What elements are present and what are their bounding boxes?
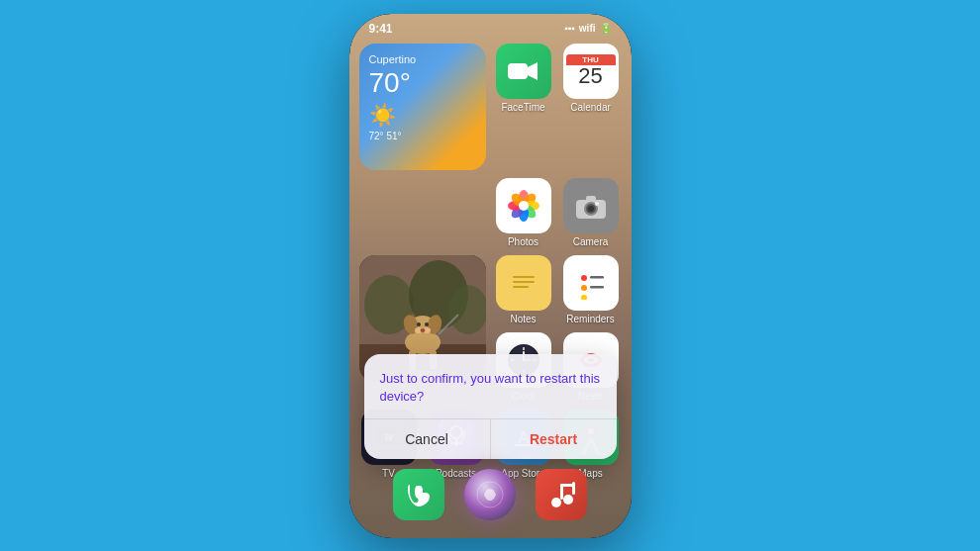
calendar-day-number: 25 bbox=[578, 65, 602, 87]
weather-range: 72° 51° bbox=[369, 131, 476, 141]
svg-point-15 bbox=[588, 206, 594, 212]
wifi-icon: wifi bbox=[579, 23, 596, 34]
weather-city: Cupertino bbox=[369, 53, 476, 65]
svg-rect-72 bbox=[572, 482, 575, 495]
cancel-button[interactable]: Cancel bbox=[364, 419, 490, 459]
calendar-app[interactable]: THU 25 Calendar bbox=[561, 44, 621, 113]
svg-rect-73 bbox=[560, 484, 575, 487]
notes-icon bbox=[496, 255, 551, 311]
camera-label: Camera bbox=[573, 236, 609, 247]
dock bbox=[349, 461, 632, 528]
svg-point-28 bbox=[417, 322, 421, 326]
phone-screen: 9:41 ▪▪▪ wifi 🔋 Cupertino 70° ☀️ 72° 51° bbox=[349, 14, 632, 538]
music-dock-icon[interactable] bbox=[536, 469, 587, 520]
svg-point-39 bbox=[581, 275, 587, 281]
svg-point-16 bbox=[595, 202, 599, 206]
weather-widget[interactable]: Cupertino 70° ☀️ 72° 51° bbox=[359, 44, 486, 170]
calendar-label: Calendar bbox=[570, 102, 611, 113]
calendar-icon: THU 25 bbox=[563, 44, 619, 99]
reminders-icon bbox=[563, 255, 619, 311]
camera-app[interactable]: Camera bbox=[561, 178, 621, 247]
photos-app[interactable]: Photos bbox=[494, 178, 553, 247]
status-bar: 9:41 ▪▪▪ wifi 🔋 bbox=[349, 14, 632, 40]
camera-icon bbox=[563, 178, 619, 233]
confirm-dialog: Just to confirm, you want to restart thi… bbox=[364, 354, 617, 458]
phone-mockup: 9:41 ▪▪▪ wifi 🔋 Cupertino 70° ☀️ 72° 51° bbox=[349, 14, 632, 538]
notes-app[interactable]: Notes bbox=[494, 255, 553, 324]
svg-rect-37 bbox=[513, 286, 529, 288]
facetime-icon bbox=[496, 44, 551, 99]
svg-rect-42 bbox=[590, 276, 604, 279]
facetime-label: FaceTime bbox=[501, 102, 544, 113]
row-2: Photos Camera bbox=[494, 178, 622, 247]
photos-label: Photos bbox=[508, 236, 539, 247]
weather-sun-icon: ☀️ bbox=[369, 103, 476, 129]
svg-point-69 bbox=[551, 498, 561, 507]
phone-dock-icon[interactable] bbox=[393, 469, 444, 520]
svg-rect-12 bbox=[586, 196, 596, 202]
reminders-app[interactable]: Reminders bbox=[561, 255, 621, 324]
reminders-label: Reminders bbox=[566, 314, 614, 324]
battery-icon: 🔋 bbox=[600, 23, 612, 34]
notes-reminders-row: Notes bbox=[494, 255, 621, 324]
status-icons: ▪▪▪ wifi 🔋 bbox=[564, 23, 611, 34]
row-1: Cupertino 70° ☀️ 72° 51° Face bbox=[359, 44, 622, 170]
dialog-message: Just to confirm, you want to restart thi… bbox=[364, 354, 617, 417]
svg-rect-35 bbox=[513, 276, 535, 278]
svg-point-70 bbox=[563, 495, 573, 505]
dialog-buttons: Cancel Restart bbox=[364, 418, 617, 459]
notes-label: Notes bbox=[510, 314, 536, 324]
right-col1: FaceTime THU 25 Calendar bbox=[494, 44, 621, 113]
svg-point-10 bbox=[519, 201, 529, 211]
svg-rect-0 bbox=[508, 63, 528, 79]
svg-rect-38 bbox=[576, 268, 606, 298]
weather-temp: 70° bbox=[369, 67, 476, 99]
facetime-app[interactable]: FaceTime bbox=[494, 44, 553, 113]
restart-button[interactable]: Restart bbox=[490, 419, 617, 459]
svg-point-40 bbox=[581, 285, 587, 291]
signal-icon: ▪▪▪ bbox=[564, 23, 575, 34]
svg-point-30 bbox=[420, 328, 425, 332]
svg-rect-36 bbox=[513, 281, 535, 283]
status-time: 9:41 bbox=[369, 22, 393, 36]
svg-rect-43 bbox=[590, 286, 604, 289]
photos-icon bbox=[496, 178, 551, 233]
svg-point-29 bbox=[425, 322, 429, 326]
svg-marker-1 bbox=[528, 62, 538, 80]
siri-button[interactable] bbox=[464, 469, 516, 520]
